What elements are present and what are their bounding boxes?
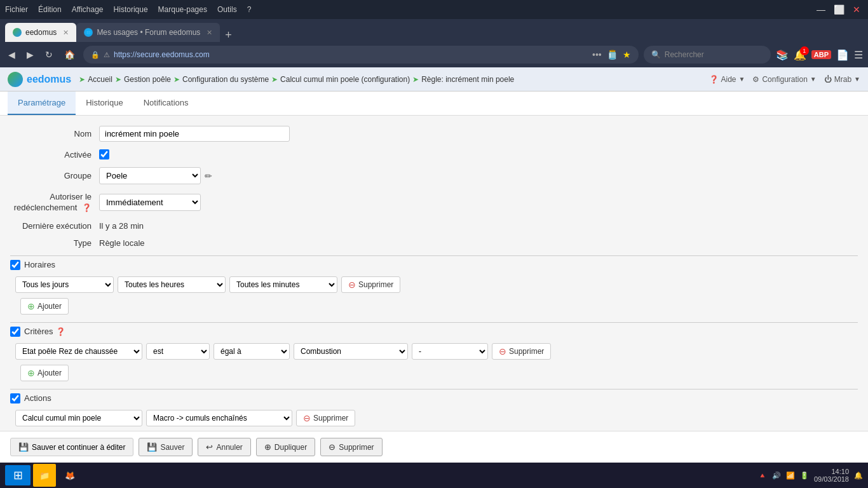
new-tab-button[interactable]: + <box>220 29 237 42</box>
tab-notifications[interactable]: Notifications <box>133 92 199 115</box>
autoriser-select[interactable]: Immédiatement <box>99 194 201 211</box>
derniere-exec-value: Il y a 28 min <box>99 221 144 231</box>
delete-icon: ⊖ <box>329 442 336 452</box>
annuler-button[interactable]: ↩ Annuler <box>198 438 250 456</box>
tab-close-forum[interactable]: ✕ <box>207 29 212 37</box>
groupe-select[interactable]: Poele <box>99 167 201 184</box>
forward-button[interactable]: ▶ <box>24 48 37 61</box>
taskbar-files-icon[interactable]: 📁 <box>33 464 56 487</box>
sauver-label: Sauver <box>160 443 184 452</box>
criteres-supprimer-button[interactable]: ⊖ Supprimer <box>492 343 551 360</box>
taskbar-notification-center-icon[interactable]: 🔔 <box>854 471 863 480</box>
horaires-ajouter-button[interactable]: ⊕ Ajouter <box>20 298 69 315</box>
horaires-days-select[interactable]: Tous les jours <box>15 276 114 293</box>
actions-macro-select[interactable]: Macro -> cumuls enchaînés <box>146 410 292 426</box>
bookmark-icon[interactable]: ★ <box>623 50 631 60</box>
home-button[interactable]: 🏠 <box>61 48 78 61</box>
criteres-checkbox[interactable] <box>10 327 20 337</box>
autoriser-help-icon[interactable]: ❓ <box>82 203 92 212</box>
start-button[interactable]: ⊞ <box>5 465 31 485</box>
horaires-minutes-select[interactable]: Toutes les minutes <box>229 276 337 293</box>
aide-caret: ▼ <box>739 76 745 83</box>
page-tab-nav: Paramétrage Historique Notifications <box>0 92 868 116</box>
criteres-ajouter-button[interactable]: ⊕ Ajouter <box>20 365 69 381</box>
actions-supprimer-button[interactable]: ⊖ Supprimer <box>296 410 355 426</box>
menu-help[interactable]: ? <box>247 5 252 14</box>
back-button[interactable]: ◀ <box>5 48 18 61</box>
breadcrumb-regle[interactable]: Règle: incrément min poele <box>421 75 514 84</box>
criteres-row: Etat poêle Rez de chaussée est égal à Co… <box>10 343 858 360</box>
duplicate-icon: ⊕ <box>264 442 271 452</box>
browser-tab-eedomus[interactable]: eedomus ✕ <box>5 23 76 42</box>
nom-input[interactable] <box>99 126 290 142</box>
tab-historique[interactable]: Historique <box>76 92 133 115</box>
minus-icon: ⊖ <box>348 280 356 290</box>
breadcrumb-arrow-3: ➤ <box>271 75 278 84</box>
pocket-icon[interactable]: 🫙 <box>607 50 618 60</box>
tab-close-eedomus[interactable]: ✕ <box>63 29 69 37</box>
actions-checkbox[interactable] <box>10 393 20 403</box>
app-header: eedomus ➤ Accueil ➤ Gestion poêle ➤ Conf… <box>0 67 868 92</box>
user-label: Mrab <box>834 75 851 84</box>
menu-edition[interactable]: Édition <box>38 5 62 14</box>
horaires-checkbox[interactable] <box>10 260 20 270</box>
close-button[interactable]: ✕ <box>850 4 863 15</box>
criteres-egal-select[interactable]: égal à <box>214 343 290 360</box>
breadcrumb-gestion[interactable]: Gestion poêle <box>124 75 171 84</box>
dupliquer-label: Dupliquer <box>275 443 307 452</box>
activee-checkbox[interactable] <box>99 149 109 159</box>
title-bar: Fichier Édition Affichage Historique Mar… <box>0 0 868 19</box>
supprimer-footer-button[interactable]: ⊖ Supprimer <box>320 438 382 456</box>
tab-favicon-eedomus <box>13 28 22 37</box>
configuration-button[interactable]: ⚙ Configuration ▼ <box>752 75 816 84</box>
minimize-button[interactable]: — <box>815 4 827 15</box>
horaires-title: Horaires <box>24 260 55 269</box>
sauver-button[interactable]: 💾 Sauver <box>139 438 193 456</box>
actions-title: Actions <box>24 393 51 403</box>
actions-calcul-select[interactable]: Calcul cumul min poele <box>15 410 142 426</box>
more-icon[interactable]: ••• <box>592 50 602 60</box>
criteres-est-select[interactable]: est <box>146 343 210 360</box>
sauver-continuer-label: Sauver et continuer à éditer <box>32 443 125 452</box>
notifications-icon[interactable]: 🔔 1 <box>794 49 806 61</box>
breadcrumb-arrow-4: ➤ <box>412 75 419 84</box>
horaires-supprimer-button[interactable]: ⊖ Supprimer <box>341 276 400 293</box>
breadcrumb-arrow-0: ➤ <box>79 75 85 84</box>
minus-icon-actions: ⊖ <box>303 413 311 423</box>
breadcrumb-calcul[interactable]: Calcul cumul min poele (configuration) <box>280 75 410 84</box>
menu-icon[interactable]: ☰ <box>854 49 863 61</box>
breadcrumb-accueil[interactable]: Accueil <box>88 75 112 84</box>
tab-parametrage[interactable]: Paramétrage <box>8 92 76 115</box>
library-icon[interactable]: 📚 <box>776 49 789 61</box>
menu-outils[interactable]: Outils <box>217 5 237 14</box>
config-icon: ⚙ <box>752 75 759 84</box>
menu-historique[interactable]: Historique <box>114 5 148 14</box>
sauver-continuer-button[interactable]: 💾 Sauver et continuer à éditer <box>10 438 133 456</box>
breadcrumb-config[interactable]: Configuration du système <box>182 75 269 84</box>
criteres-combustion-select[interactable]: Combustion <box>294 343 408 360</box>
groupe-label: Groupe <box>10 171 99 180</box>
menu-marque-pages[interactable]: Marque-pages <box>158 5 207 14</box>
criteres-help-icon[interactable]: ❓ <box>56 327 65 336</box>
taskbar-firefox-icon[interactable]: 🦊 <box>58 464 81 487</box>
aide-button[interactable]: ❓ Aide ▼ <box>709 75 745 84</box>
groupe-edit-button[interactable]: ✏ <box>201 170 216 182</box>
dupliquer-button[interactable]: ⊕ Dupliquer <box>256 438 315 456</box>
header-right: ❓ Aide ▼ ⚙ Configuration ▼ ⏻ Mrab ▼ <box>709 75 860 84</box>
search-bar[interactable]: 🔍 Rechercher <box>644 46 771 64</box>
browser-tab-forum[interactable]: 🌐 Mes usages • Forum eedomus ✕ <box>76 23 220 42</box>
breadcrumb-arrow-1: ➤ <box>115 75 121 84</box>
taskbar-time: 14:10 09/03/2018 <box>814 468 849 483</box>
criteres-dash-select[interactable]: - <box>412 343 488 360</box>
menu-affichage[interactable]: Affichage <box>72 5 104 14</box>
refresh-button[interactable]: ↻ <box>42 48 56 61</box>
menu-fichier[interactable]: Fichier <box>5 5 28 14</box>
save-continue-icon: 💾 <box>18 442 29 452</box>
reader-mode-icon[interactable]: 📄 <box>836 49 849 61</box>
user-button[interactable]: ⏻ Mrab ▼ <box>824 75 860 84</box>
url-bar[interactable]: 🔒 ⚠ https://secure.eedomus.com ••• 🫙 ★ <box>83 46 639 64</box>
horaires-hours-select[interactable]: Toutes les heures <box>118 276 226 293</box>
maximize-button[interactable]: ⬜ <box>832 4 845 15</box>
criteres-etat-select[interactable]: Etat poêle Rez de chaussée <box>15 343 142 360</box>
adblock-icon[interactable]: ABP <box>811 50 831 59</box>
